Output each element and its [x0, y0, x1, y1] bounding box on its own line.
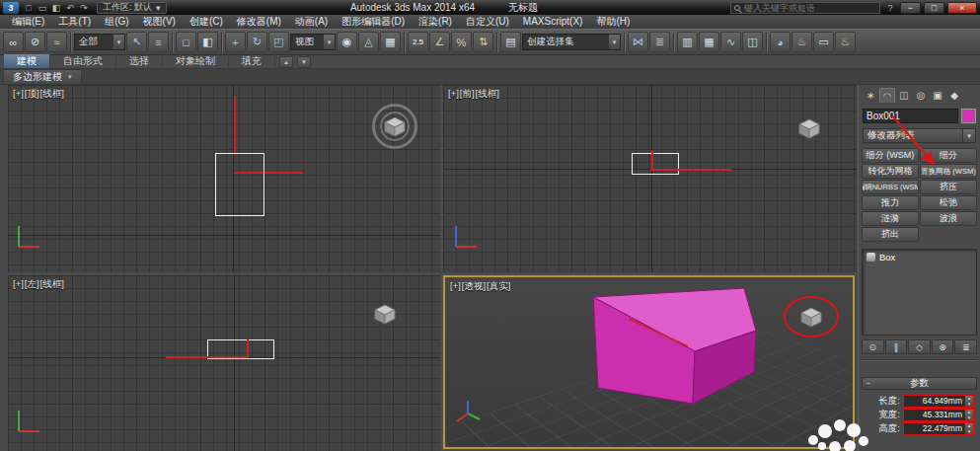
render-setup-icon[interactable]: ♨	[792, 32, 812, 52]
viewport-perspective-active[interactable]: [+] [透视] [真实]	[443, 275, 855, 449]
named-selection-sets-icon[interactable]: ▤	[500, 32, 521, 52]
utilities-tab-icon[interactable]: ◆	[946, 88, 962, 103]
viewport-menu-general[interactable]: [+]	[450, 280, 461, 293]
viewcube-icon[interactable]	[798, 305, 824, 329]
box-wireframe[interactable]	[215, 153, 264, 216]
mod-btn-push[interactable]: 推力	[862, 195, 919, 210]
tab-freeform[interactable]: 自由形式	[50, 54, 116, 68]
length-value[interactable]: 64.949mm	[904, 396, 964, 407]
infocenter-search[interactable]	[730, 2, 880, 14]
snaps-toggle-icon[interactable]: 2.5	[408, 32, 428, 52]
menu-item-animation[interactable]: 动画(A)	[288, 15, 335, 29]
spinner-snap-icon[interactable]: ⇅	[473, 32, 493, 52]
box-wireframe[interactable]	[632, 153, 679, 175]
viewport-menu-general[interactable]: [+]	[13, 88, 24, 101]
pin-stack-icon[interactable]: ⊙	[862, 339, 884, 354]
tab-populate[interactable]: 填充	[229, 54, 275, 68]
viewport-menu-shading[interactable]: [真实]	[487, 280, 510, 293]
menu-item-edit[interactable]: 编辑(E)	[5, 15, 51, 29]
curve-editor-icon[interactable]: ∿	[720, 32, 741, 52]
make-unique-icon[interactable]: ◇	[908, 339, 931, 354]
render-production-icon[interactable]: ♨	[835, 32, 856, 52]
align-icon[interactable]: ≣	[649, 32, 670, 52]
spinner-arrows[interactable]: ▴▾	[964, 410, 973, 420]
viewport-menu-pov[interactable]: [前]	[460, 88, 475, 101]
menu-item-maxscript[interactable]: MAXScript(X)	[516, 15, 590, 29]
modifier-list-dropdown[interactable]: 修改器列表 ▾	[863, 128, 976, 143]
rectangular-selection-region-icon[interactable]: □	[176, 32, 196, 52]
motion-tab-icon[interactable]: ◎	[913, 88, 929, 103]
configure-modifier-sets-icon[interactable]: ≣	[954, 339, 977, 354]
mirror-icon[interactable]: ⋈	[628, 32, 648, 52]
viewport-menu-shading[interactable]: [线框]	[40, 278, 64, 291]
mod-btn-wave[interactable]: 波浪	[920, 211, 977, 226]
mod-btn-subdivide[interactable]: 细分	[920, 148, 977, 163]
width-value[interactable]: 45.331mm	[904, 410, 964, 420]
viewcube-icon[interactable]	[372, 302, 398, 326]
select-by-name-icon[interactable]: ≡	[148, 32, 169, 52]
modifier-stack[interactable]: Box	[862, 249, 977, 336]
display-tab-icon[interactable]: ▣	[930, 88, 945, 103]
use-pivot-center-icon[interactable]: ◉	[337, 32, 357, 52]
viewcube-icon[interactable]	[382, 114, 408, 138]
search-input[interactable]	[744, 3, 876, 13]
mod-btn-displace-mesh[interactable]: 置换网格 (WSM)	[920, 164, 977, 179]
viewport-menu-pov[interactable]: [左]	[25, 278, 39, 291]
close-button[interactable]: ×	[947, 2, 977, 14]
selection-filter-dropdown[interactable]: 全部 ▾	[74, 34, 125, 50]
schematic-view-icon[interactable]: ◫	[742, 32, 763, 52]
ribbon-minimize-icon[interactable]: ▴	[279, 56, 293, 68]
reference-coordinate-dropdown[interactable]: 视图 ▾	[290, 34, 336, 50]
maximize-button[interactable]: □	[924, 2, 944, 14]
width-spinner[interactable]: 45.331mm ▴▾	[903, 409, 974, 421]
parameters-rollout-header[interactable]: − 参数	[862, 377, 977, 390]
viewport-menu-general[interactable]: [+]	[13, 278, 24, 291]
menu-item-graph-editors[interactable]: 图形编辑器(D)	[335, 15, 412, 29]
viewport-top[interactable]: [+] [顶] [线框]	[8, 85, 440, 272]
mod-btn-ripple[interactable]: 涟漪	[862, 211, 919, 226]
menu-item-modifiers[interactable]: 修改器(M)	[230, 15, 288, 29]
viewport-front[interactable]: [+] [前] [线框]	[443, 85, 857, 272]
layer-manager-icon[interactable]: ▥	[677, 32, 698, 52]
tab-object-paint[interactable]: 对象绘制	[163, 54, 229, 68]
object-name-field[interactable]	[863, 109, 958, 123]
select-and-link-icon[interactable]: ∞	[3, 32, 24, 52]
show-end-result-icon[interactable]: ∥	[885, 339, 908, 354]
viewport-menu-pov[interactable]: [顶]	[25, 88, 39, 101]
length-spinner[interactable]: 64.949mm ▴▾	[903, 395, 974, 408]
viewport-menu-shading[interactable]: [线框]	[40, 88, 64, 101]
select-and-move-icon[interactable]: +	[225, 32, 246, 52]
named-selection-sets-dropdown[interactable]: 创建选择集 ▾	[522, 34, 621, 50]
bind-to-spacewarp-icon[interactable]: ≈	[46, 32, 67, 52]
height-value[interactable]: 22.479mm	[904, 423, 964, 434]
menu-item-group[interactable]: 组(G)	[98, 15, 135, 29]
mod-btn-relax[interactable]: 松弛	[920, 195, 977, 210]
create-tab-icon[interactable]: ∗	[863, 88, 878, 103]
redo-icon[interactable]: ↷	[77, 2, 91, 14]
box-object[interactable]	[445, 277, 853, 447]
percent-snap-icon[interactable]: %	[451, 32, 472, 52]
menu-item-views[interactable]: 视图(V)	[136, 15, 183, 29]
mod-btn-turn-to-mesh[interactable]: 转化为网格	[862, 164, 919, 179]
keyboard-override-icon[interactable]: ▦	[380, 32, 401, 52]
select-and-rotate-icon[interactable]: ↻	[247, 32, 267, 52]
viewcube-icon[interactable]	[796, 116, 822, 140]
minimize-button[interactable]: −	[900, 2, 921, 14]
window-crossing-icon[interactable]: ◧	[197, 32, 218, 52]
workspace-dropdown[interactable]: 工作区: 默认 ▾	[97, 2, 167, 14]
new-scene-icon[interactable]: □	[22, 2, 36, 14]
spinner-arrows[interactable]: ▴▾	[964, 423, 973, 434]
mod-btn-subdivide-wsm[interactable]: 细分 (WSM)	[862, 148, 919, 163]
modify-tab-icon[interactable]: ◠	[879, 88, 895, 103]
object-color-swatch[interactable]	[961, 109, 976, 123]
ribbon-toggle-icon[interactable]: ▦	[699, 32, 719, 52]
viewport-menu-shading[interactable]: [线框]	[476, 88, 499, 101]
mod-btn-edit-nurbs[interactable]: 编辑NURBS (WSM)	[862, 180, 919, 194]
viewport-menu-general[interactable]: [+]	[448, 88, 459, 101]
tab-modeling[interactable]: 建模	[4, 54, 50, 68]
undo-icon[interactable]: ↶	[63, 2, 77, 14]
menu-item-rendering[interactable]: 渲染(R)	[412, 15, 459, 29]
viewport-left[interactable]: [+] [左] [线框]	[8, 275, 440, 451]
menu-item-create[interactable]: 创建(C)	[183, 15, 230, 29]
help-icon[interactable]: ?	[883, 2, 897, 14]
